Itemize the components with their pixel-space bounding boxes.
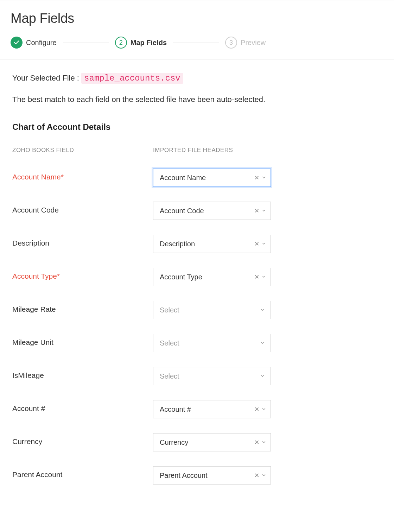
- header-select[interactable]: Account Code✕: [153, 202, 271, 220]
- chevron-down-icon[interactable]: [261, 240, 266, 248]
- field-label: Account #: [12, 400, 153, 413]
- clear-icon[interactable]: ✕: [254, 175, 259, 181]
- select-value: Select: [160, 339, 179, 347]
- header-select[interactable]: Select: [153, 367, 271, 385]
- step-number: 2: [115, 37, 127, 49]
- page-title: Map Fields: [11, 11, 383, 26]
- header-select[interactable]: Account Type✕: [153, 268, 271, 286]
- field-row: Parent AccountParent Account✕: [12, 466, 383, 484]
- step-connector: [173, 43, 219, 43]
- select-icons: [260, 339, 265, 347]
- clear-icon[interactable]: ✕: [254, 208, 259, 214]
- select-value: Account Name: [160, 174, 206, 182]
- select-wrapper: Account Code✕: [153, 202, 271, 220]
- check-icon: [11, 37, 23, 49]
- select-icons: [260, 372, 265, 380]
- selected-file-name: sample_accounts.csv: [81, 73, 183, 84]
- select-value: Currency: [160, 438, 188, 446]
- selected-file-row: Your Selected File : sample_accounts.csv: [12, 74, 383, 83]
- step-label: Configure: [26, 39, 57, 47]
- select-icons: ✕: [254, 174, 266, 182]
- select-wrapper: Account Name✕: [153, 169, 271, 187]
- select-wrapper: Select: [153, 367, 271, 385]
- step-configure[interactable]: Configure: [11, 37, 57, 49]
- select-wrapper: Select: [153, 334, 271, 352]
- field-label: IsMileage: [12, 367, 153, 380]
- select-wrapper: Currency✕: [153, 433, 271, 451]
- field-row: IsMileageSelect: [12, 367, 383, 385]
- select-wrapper: Account #✕: [153, 400, 271, 418]
- header-select[interactable]: Parent Account✕: [153, 466, 271, 484]
- select-wrapper: Parent Account✕: [153, 466, 271, 484]
- field-row: Account Name*Account Name✕: [12, 169, 383, 187]
- step-preview: 3 Preview: [225, 37, 266, 49]
- select-value: Account Code: [160, 207, 204, 215]
- select-icons: ✕: [254, 273, 266, 281]
- select-value: Select: [160, 372, 179, 380]
- clear-icon[interactable]: ✕: [254, 241, 259, 247]
- select-value: Select: [160, 306, 179, 314]
- field-label: Account Code: [12, 202, 153, 214]
- step-map-fields[interactable]: 2 Map Fields: [115, 37, 167, 49]
- field-label: Mileage Unit: [12, 334, 153, 347]
- select-wrapper: Account Type✕: [153, 268, 271, 286]
- header-select[interactable]: Select: [153, 334, 271, 352]
- step-connector: [63, 43, 109, 43]
- clear-icon[interactable]: ✕: [254, 473, 259, 479]
- chevron-down-icon[interactable]: [261, 438, 266, 446]
- field-label: Account Name*: [12, 169, 153, 181]
- field-row: CurrencyCurrency✕: [12, 433, 383, 451]
- clear-icon[interactable]: ✕: [254, 439, 259, 445]
- chevron-down-icon[interactable]: [261, 273, 266, 281]
- column-header-right: IMPORTED FILE HEADERS: [153, 147, 383, 154]
- header-select[interactable]: Description✕: [153, 235, 271, 253]
- step-label: Map Fields: [131, 39, 167, 47]
- chevron-down-icon[interactable]: [260, 372, 265, 380]
- select-value: Description: [160, 240, 195, 248]
- clear-icon[interactable]: ✕: [254, 406, 259, 412]
- select-value: Account #: [160, 405, 191, 413]
- column-header-left: ZOHO BOOKS FIELD: [12, 147, 153, 154]
- select-wrapper: Description✕: [153, 235, 271, 253]
- chevron-down-icon[interactable]: [261, 405, 266, 413]
- select-icons: ✕: [254, 207, 266, 215]
- header-select[interactable]: Account Name✕: [153, 169, 271, 187]
- field-label: Parent Account: [12, 466, 153, 479]
- select-value: Parent Account: [160, 471, 208, 480]
- selected-file-prefix: Your Selected File :: [12, 74, 81, 82]
- field-label: Account Type*: [12, 268, 153, 280]
- header-select[interactable]: Account #✕: [153, 400, 271, 418]
- chevron-down-icon[interactable]: [260, 339, 265, 347]
- header-select[interactable]: Select: [153, 301, 271, 319]
- field-label: Mileage Rate: [12, 301, 153, 314]
- header-select[interactable]: Currency✕: [153, 433, 271, 451]
- stepper: Configure 2 Map Fields 3 Preview: [0, 37, 394, 59]
- select-wrapper: Select: [153, 301, 271, 319]
- select-icons: ✕: [254, 438, 266, 446]
- field-row: Mileage RateSelect: [12, 301, 383, 319]
- chevron-down-icon[interactable]: [261, 207, 266, 215]
- step-label: Preview: [241, 39, 266, 47]
- select-icons: ✕: [254, 240, 266, 248]
- field-label: Currency: [12, 433, 153, 446]
- select-icons: [260, 306, 265, 314]
- field-row: Account Type*Account Type✕: [12, 268, 383, 286]
- chevron-down-icon[interactable]: [260, 306, 265, 314]
- select-icons: ✕: [254, 405, 266, 413]
- select-icons: ✕: [254, 471, 266, 480]
- clear-icon[interactable]: ✕: [254, 274, 259, 280]
- field-row: Account #Account #✕: [12, 400, 383, 418]
- field-row: DescriptionDescription✕: [12, 235, 383, 253]
- description-text: The best match to each field on the sele…: [12, 94, 383, 105]
- section-title: Chart of Account Details: [12, 122, 383, 132]
- chevron-down-icon[interactable]: [261, 471, 266, 480]
- chevron-down-icon[interactable]: [261, 174, 266, 182]
- step-number: 3: [225, 37, 237, 49]
- field-row: Mileage UnitSelect: [12, 334, 383, 352]
- field-label: Description: [12, 235, 153, 247]
- field-row: Account CodeAccount Code✕: [12, 202, 383, 220]
- column-headers: ZOHO BOOKS FIELD IMPORTED FILE HEADERS: [12, 147, 383, 154]
- select-value: Account Type: [160, 273, 202, 281]
